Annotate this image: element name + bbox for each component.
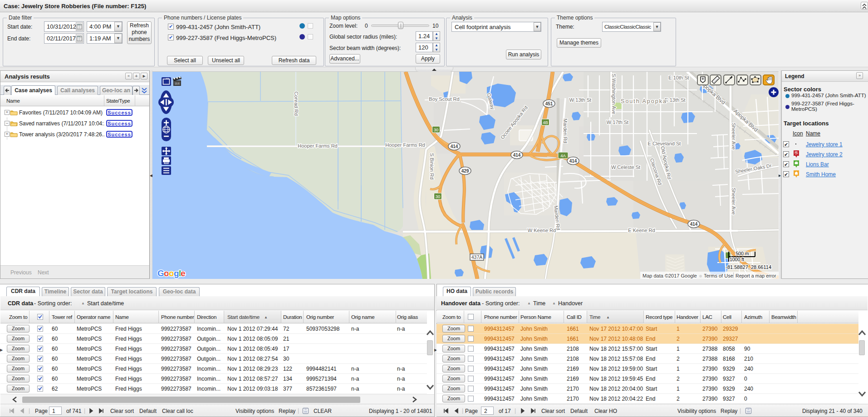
svg-text:Marden Rd: Marden Rd xyxy=(563,119,568,143)
svg-text:W 17th St: W 17th St xyxy=(607,119,628,125)
svg-text:4B: 4B xyxy=(543,120,548,125)
svg-text:o: o xyxy=(164,268,169,278)
svg-text:Map data ©2017 Google: Map data ©2017 Google xyxy=(642,273,697,278)
svg-text:Boy Scout Rd: Boy Scout Rd xyxy=(429,96,459,102)
svg-text:21:5: 21:5 xyxy=(175,82,180,85)
svg-text:g: g xyxy=(174,268,179,278)
svg-text:e: e xyxy=(181,268,185,278)
svg-text:Report a map error: Report a map error xyxy=(736,273,776,278)
svg-text:414: 414 xyxy=(569,159,577,164)
svg-text:1000 ft: 1000 ft xyxy=(730,257,744,262)
svg-text:451: 451 xyxy=(545,101,553,106)
svg-text:o: o xyxy=(169,268,174,278)
svg-text:Sheeler Ave: Sheeler Ave xyxy=(731,123,736,149)
svg-text:4A: 4A xyxy=(560,153,566,158)
svg-text:Hooper Farms Rd: Hooper Farms Rd xyxy=(385,142,425,148)
svg-text:S Binion Rd: S Binion Rd xyxy=(429,153,435,179)
svg-text:437A: 437A xyxy=(471,254,483,260)
svg-text:E 10th St: E 10th St xyxy=(668,75,689,80)
svg-text:-81.58827, 28.66114: -81.58827, 28.66114 xyxy=(726,264,771,270)
svg-text:E 13th St: E 13th St xyxy=(665,97,685,103)
svg-text:S Washington Ave: S Washington Ave xyxy=(611,74,617,114)
svg-text:414: 414 xyxy=(513,153,521,158)
svg-text:South Apopka: South Apopka xyxy=(621,98,667,104)
svg-text:Conrad Rd: Conrad Rd xyxy=(294,91,299,115)
svg-text:W 13th St: W 13th St xyxy=(569,97,591,103)
svg-text:Hooper Farms Rd: Hooper Farms Rd xyxy=(298,143,337,149)
svg-text:G: G xyxy=(157,268,164,278)
svg-text:E Keene Rd: E Keene Rd xyxy=(628,228,655,233)
svg-text:W Keene Rd: W Keene Rd xyxy=(528,228,556,233)
svg-text:414: 414 xyxy=(690,222,698,227)
svg-text:429: 429 xyxy=(461,169,469,174)
svg-text:30: 30 xyxy=(434,127,439,132)
svg-text:500 m: 500 m xyxy=(736,251,749,256)
svg-text:W Celeste St: W Celeste St xyxy=(611,164,640,170)
svg-text:Terms of Use: Terms of Use xyxy=(704,273,733,278)
svg-text:30: 30 xyxy=(436,194,441,199)
svg-text:Sheeler Ave: Sheeler Ave xyxy=(731,188,736,214)
svg-text:414: 414 xyxy=(451,144,458,149)
